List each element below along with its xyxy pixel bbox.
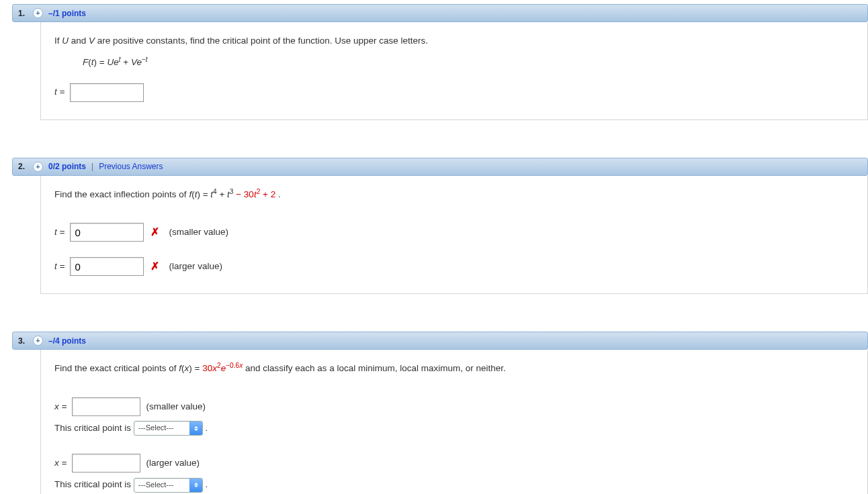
answer-input-larger[interactable]: [72, 454, 140, 473]
points-label: 0/2 points: [48, 162, 86, 171]
larger-label: (larger value): [169, 258, 222, 275]
answer-input-smaller[interactable]: [70, 223, 144, 242]
answer-input-smaller[interactable]: [72, 397, 140, 416]
chevron-updown-icon[interactable]: [189, 479, 202, 492]
t-label: t =: [54, 258, 64, 275]
prompt-text: If U and V are positive constants, find …: [54, 33, 854, 49]
classify-row-larger: This critical point is ---Select--- .: [54, 477, 854, 493]
expand-icon[interactable]: +: [33, 8, 43, 18]
points-label: –/4 points: [48, 336, 86, 346]
smaller-label: (smaller value): [169, 224, 228, 240]
classify-select-smaller[interactable]: ---Select---: [134, 421, 203, 436]
question-header: 1. + –/1 points: [12, 4, 868, 22]
select-value: ---Select---: [134, 422, 189, 435]
x-label: x =: [54, 399, 67, 415]
previous-answers-link[interactable]: Previous Answers: [99, 162, 163, 171]
answer-row-smaller: t = ✗ (smaller value): [54, 223, 854, 242]
expand-icon[interactable]: +: [33, 162, 43, 172]
question-number: 2.: [18, 162, 28, 171]
answer-row-larger: t = ✗ (larger value): [54, 257, 854, 277]
answer-row-smaller: x = (smaller value): [54, 397, 854, 416]
question-3: 3. + –/4 points Find the exact critical …: [12, 332, 868, 494]
smaller-label: (smaller value): [146, 399, 206, 415]
larger-label: (larger value): [146, 455, 200, 471]
question-header: 2. + 0/2 points | Previous Answers: [12, 158, 868, 176]
question-body: If U and V are positive constants, find …: [40, 22, 868, 120]
t-label: t =: [54, 224, 64, 240]
select-value: ---Select---: [134, 479, 189, 492]
classify-row-smaller: This critical point is ---Select--- .: [54, 420, 854, 436]
points-label: –/1 points: [48, 9, 86, 18]
incorrect-icon: ✗: [149, 257, 161, 277]
chevron-updown-icon[interactable]: [189, 422, 202, 435]
divider: |: [91, 162, 93, 171]
x-label: x =: [54, 455, 67, 471]
question-2: 2. + 0/2 points | Previous Answers Find …: [12, 158, 868, 295]
prompt-text: Find the exact critical points of f(x) =…: [54, 360, 854, 377]
question-body: Find the exact critical points of f(x) =…: [40, 350, 868, 494]
question-body: Find the exact inflection points of f(t)…: [40, 176, 868, 295]
question-number: 3.: [18, 336, 28, 346]
question-header: 3. + –/4 points: [12, 332, 868, 350]
answer-input-t[interactable]: [70, 83, 144, 102]
question-number: 1.: [18, 9, 28, 18]
t-label: t =: [54, 84, 64, 100]
expand-icon[interactable]: +: [33, 336, 43, 346]
formula: F(t) = Uet + Ve−t: [83, 54, 854, 70]
incorrect-icon: ✗: [149, 223, 161, 242]
question-1: 1. + –/1 points If U and V are positive …: [12, 4, 868, 120]
answer-input-larger[interactable]: [70, 257, 144, 276]
prompt-text: Find the exact inflection points of f(t)…: [54, 187, 854, 203]
answer-row-larger: x = (larger value): [54, 454, 854, 473]
answer-row: t =: [54, 83, 854, 102]
classify-select-larger[interactable]: ---Select---: [134, 478, 203, 493]
